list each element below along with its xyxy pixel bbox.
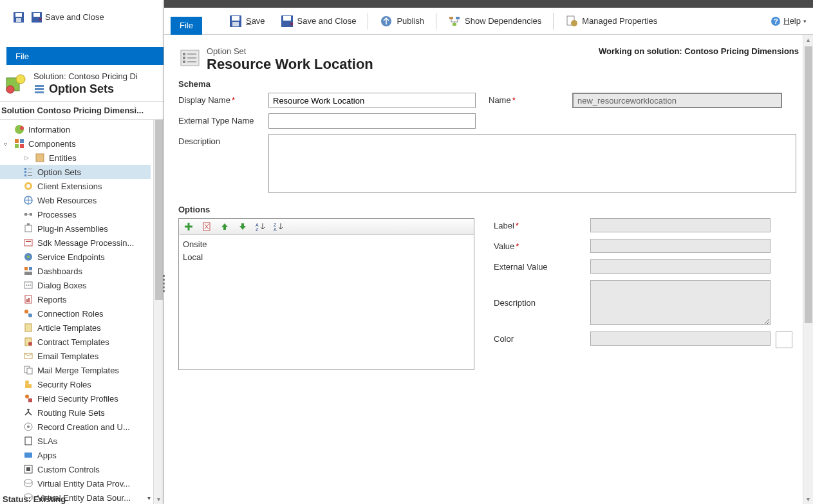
tree-virtual-entity-prov[interactable]: Virtual Entity Data Prov... [0, 476, 151, 490]
svg-rect-55 [25, 384, 32, 388]
svg-rect-1 [15, 13, 22, 17]
save-button-small[interactable] [13, 12, 24, 23]
sort-desc-button[interactable]: ZA [273, 221, 285, 232]
process-icon [23, 209, 33, 219]
tree-client-extensions[interactable]: Client Extensions [0, 179, 151, 193]
svg-rect-9 [35, 85, 44, 87]
managed-properties-button[interactable]: Managed Properties [557, 11, 665, 32]
tree-option-sets[interactable]: Option Sets [0, 165, 151, 179]
move-up-button[interactable] [219, 221, 230, 232]
apps-icon [23, 450, 33, 460]
option-item[interactable]: Onsite [183, 238, 470, 250]
tree-mail-merge[interactable]: Mail Merge Templates [0, 363, 151, 377]
color-swatch[interactable] [776, 331, 792, 348]
svg-rect-17 [20, 144, 24, 148]
tree-web-resources[interactable]: Web Resources [0, 193, 151, 207]
opt-external-label: External Value [494, 259, 590, 272]
expand-icon[interactable]: ▷ [24, 154, 31, 161]
tree-slas[interactable]: SLAs [0, 434, 151, 448]
tree-plugin-assemblies[interactable]: Plug-in Assemblies [0, 221, 151, 236]
left-scrollbar[interactable]: ▾ [153, 120, 164, 504]
left-toolbar: × Save and Close [0, 0, 164, 34]
add-option-button[interactable] [183, 221, 194, 232]
save-and-close-button-left[interactable]: × Save and Close [31, 12, 104, 23]
security-icon [23, 379, 33, 389]
svg-text:A: A [256, 223, 259, 227]
tree-dashboards[interactable]: Dashboards [0, 264, 151, 278]
solution-icon [3, 71, 28, 97]
save-icon [229, 15, 242, 28]
external-type-input[interactable] [268, 113, 476, 129]
svg-rect-60 [25, 437, 32, 445]
field-security-icon [23, 393, 33, 404]
svg-rect-61 [24, 453, 32, 458]
tree-dialog-boxes[interactable]: Dialog Boxes [0, 278, 151, 292]
delete-option-button[interactable] [201, 221, 212, 232]
tree-record-creation[interactable]: Record Creation and U... [0, 420, 151, 434]
svg-rect-38 [24, 272, 32, 275]
svg-rect-15 [20, 139, 24, 143]
tree-service-endpoints[interactable]: Service Endpoints [0, 250, 151, 264]
publish-icon [380, 15, 393, 28]
tree-article-templates[interactable]: Article Templates [0, 321, 151, 335]
info-icon [14, 124, 24, 135]
solution-header: Solution: Contoso Pricing Di Option Sets [0, 65, 164, 101]
svg-rect-31 [27, 223, 30, 225]
tree-email-templates[interactable]: Email Templates [0, 349, 151, 363]
email-icon [23, 351, 33, 361]
svg-rect-20 [24, 171, 26, 173]
right-scrollbar[interactable]: ▴ ▾ [803, 35, 813, 504]
options-section-label: Options [178, 205, 799, 214]
tree-components[interactable]: ▿ Components [0, 136, 151, 151]
display-name-label: Display Name* [178, 93, 268, 105]
option-set-icon [178, 46, 201, 70]
file-menu-left[interactable]: File [6, 47, 164, 65]
tree-processes[interactable]: Processes [0, 207, 151, 221]
svg-rect-84 [187, 53, 196, 55]
tree-routing-rule[interactable]: Routing Rule Sets [0, 406, 151, 420]
tree-information[interactable]: Information [0, 122, 151, 136]
option-item[interactable]: Local [183, 250, 470, 263]
contract-icon [23, 337, 33, 347]
tree-custom-controls[interactable]: Custom Controls [0, 462, 151, 476]
tree-reports[interactable]: Reports [0, 292, 151, 306]
tree-sdk-message[interactable]: Sdk Message Processin... [0, 236, 151, 250]
tree-security-roles[interactable]: Security Roles [0, 377, 151, 391]
working-solution-label: Working on solution: Contoso Pricing Dim… [599, 46, 799, 56]
tree-field-security[interactable]: Field Security Profiles [0, 391, 151, 406]
svg-rect-37 [29, 267, 32, 270]
save-close-label: Save and Close [45, 12, 104, 22]
svg-rect-21 [24, 174, 26, 176]
option-sets-icon [33, 83, 45, 95]
svg-rect-53 [27, 368, 32, 374]
description-input[interactable] [268, 134, 796, 193]
svg-rect-73 [449, 17, 453, 19]
display-name-input[interactable] [268, 93, 476, 108]
article-icon [23, 322, 33, 333]
expand-collapse-icon[interactable]: ▿ [4, 140, 10, 147]
mailmerge-icon [23, 365, 33, 375]
svg-rect-48 [25, 324, 32, 331]
show-dependencies-button[interactable]: Show Dependencies [440, 11, 549, 32]
status-bar: Status: Existing [3, 494, 66, 504]
publish-button[interactable]: Publish [372, 11, 432, 32]
svg-rect-22 [28, 169, 32, 169]
options-toolbar: AZ ZA [178, 218, 474, 235]
options-list[interactable]: Onsite Local [178, 235, 474, 370]
opt-value-input [590, 239, 771, 253]
external-type-label: External Type Name [178, 113, 268, 126]
sort-asc-button[interactable]: AZ [255, 221, 266, 232]
section-title: Solution Contoso Pricing Dimensi... [0, 101, 164, 120]
svg-rect-23 [28, 172, 32, 173]
file-menu-right[interactable]: File [171, 17, 202, 35]
tree-apps[interactable]: Apps [0, 448, 151, 462]
move-down-button[interactable] [237, 221, 248, 232]
tree-contract-templates[interactable]: Contract Templates [0, 335, 151, 349]
svg-point-59 [27, 425, 30, 428]
save-button[interactable]: Save [221, 11, 273, 32]
save-and-close-button[interactable]: × Save and Close [273, 11, 364, 32]
help-menu[interactable]: ? Help ▾ [771, 16, 807, 26]
svg-rect-33 [26, 241, 31, 242]
tree-entities[interactable]: ▷ Entities [0, 151, 151, 165]
tree-connection-roles[interactable]: Connection Roles [0, 306, 151, 321]
